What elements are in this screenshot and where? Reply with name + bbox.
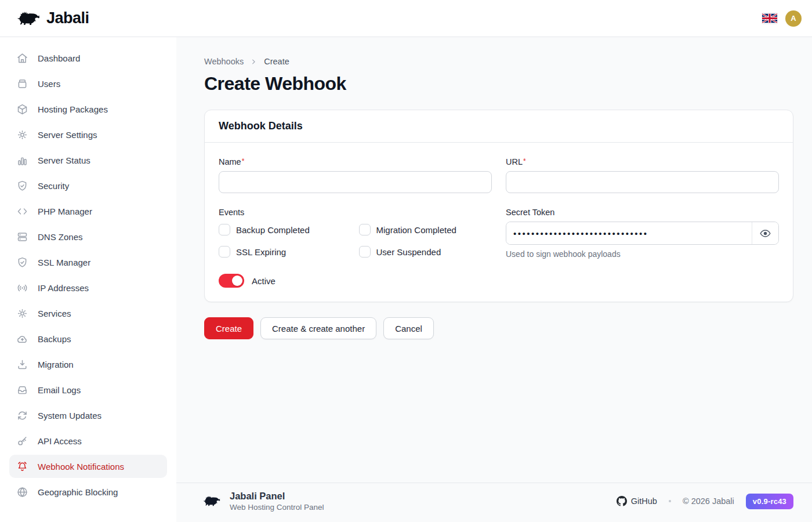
sidebar-item-webhook-notifications[interactable]: Webhook Notifications: [9, 455, 167, 478]
sidebar-item-label: System Updates: [38, 411, 102, 420]
event-checkbox-user-suspended[interactable]: User Suspended: [359, 246, 492, 258]
event-checkbox-ssl-expiring[interactable]: SSL Expiring: [219, 246, 352, 258]
sidebar-item-ip-addresses[interactable]: IP Addresses: [9, 276, 167, 299]
card-title: Webhook Details: [219, 120, 303, 132]
sidebar-item-system-updates[interactable]: System Updates: [9, 404, 167, 427]
boar-logo-icon: [202, 494, 222, 508]
name-input[interactable]: [219, 171, 492, 193]
sidebar-item-label: Server Settings: [38, 130, 97, 140]
dot-separator: [669, 500, 671, 502]
create-create-another-button[interactable]: Create & create another: [260, 317, 376, 339]
checkbox[interactable]: [359, 224, 371, 235]
server-icon: [16, 231, 28, 243]
gear-icon: [16, 129, 28, 141]
boar-logo-icon: [15, 9, 42, 28]
refresh-icon: [16, 409, 28, 422]
cloud-upload-icon: [16, 333, 28, 345]
github-label: GitHub: [631, 496, 657, 506]
sidebar-item-label: Services: [38, 309, 71, 318]
url-label: URL*: [506, 157, 526, 166]
active-toggle-label: Active: [252, 276, 276, 286]
main-area: WebhooksCreate Create Webhook Webhook De…: [176, 37, 812, 522]
reveal-secret-button[interactable]: [752, 222, 778, 244]
breadcrumb-item-create: Create: [264, 57, 289, 66]
sidebar-item-migration[interactable]: Migration: [9, 353, 167, 376]
broadcast-icon: [16, 282, 28, 294]
sidebar-item-geographic-blocking[interactable]: Geographic Blocking: [9, 480, 167, 503]
gear-icon: [16, 307, 28, 320]
sidebar-item-label: DNS Zones: [38, 232, 83, 242]
sidebar-item-server-settings[interactable]: Server Settings: [9, 123, 167, 146]
globe-icon: [16, 486, 28, 498]
chevron-right-icon: [249, 57, 258, 66]
secret-token-label: Secret Token: [506, 208, 554, 217]
sidebar-item-php-manager[interactable]: PHP Manager: [9, 200, 167, 223]
language-flag-icon[interactable]: [762, 13, 777, 24]
user-avatar[interactable]: A: [785, 10, 802, 27]
sidebar-item-label: API Access: [38, 436, 82, 446]
sidebar-item-services[interactable]: Services: [9, 302, 167, 325]
sidebar-item-ssl-manager[interactable]: SSL Manager: [9, 251, 167, 274]
webhook-details-card: Webhook Details Name* URL* Events: [204, 110, 793, 302]
name-field-group: Name*: [219, 157, 492, 193]
cancel-button[interactable]: Cancel: [383, 317, 434, 339]
sidebar-item-email-logs[interactable]: Email Logs: [9, 378, 167, 401]
sidebar-item-label: Server Status: [38, 155, 90, 165]
event-checkbox-backup-completed[interactable]: Backup Completed: [219, 224, 352, 235]
checkbox-label: User Suspended: [376, 247, 441, 257]
sidebar-item-security[interactable]: Security: [9, 174, 167, 197]
active-toggle[interactable]: [219, 274, 244, 288]
breadcrumb-item-webhooks[interactable]: Webhooks: [204, 57, 244, 66]
sidebar-item-label: Email Logs: [38, 385, 81, 395]
event-checkbox-migration-completed[interactable]: Migration Completed: [359, 224, 492, 235]
package-icon: [16, 103, 28, 115]
brand-name: Jabali: [46, 9, 89, 27]
sidebar-item-label: Geographic Blocking: [38, 487, 118, 497]
sidebar-item-dashboard[interactable]: Dashboard: [9, 46, 167, 70]
sidebar-item-server-status[interactable]: Server Status: [9, 148, 167, 172]
sidebar-item-label: Hosting Packages: [38, 104, 108, 114]
toggle-knob: [232, 276, 242, 286]
url-field-group: URL*: [506, 157, 779, 193]
eye-icon: [759, 227, 771, 240]
secret-token-helper: Used to sign webhook payloads: [506, 249, 779, 259]
checkbox-label: Migration Completed: [376, 225, 456, 235]
sidebar-item-hosting-packages[interactable]: Hosting Packages: [9, 97, 167, 121]
card-header: Webhook Details: [205, 110, 793, 143]
code-icon: [16, 205, 28, 217]
sidebar-item-dns-zones[interactable]: DNS Zones: [9, 225, 167, 248]
home-icon: [16, 52, 28, 64]
copyright-text: © 2026 Jabali: [683, 496, 734, 506]
sidebar-nav: DashboardUsersHosting PackagesServer Set…: [0, 37, 176, 522]
sidebar-item-label: SSL Manager: [38, 258, 90, 267]
sidebar-item-api-access[interactable]: API Access: [9, 429, 167, 452]
checkbox[interactable]: [219, 224, 230, 235]
footer: Jabali Panel Web Hosting Control Panel G…: [176, 483, 812, 522]
secret-token-input[interactable]: [506, 222, 752, 244]
create-button[interactable]: Create: [204, 317, 253, 339]
footer-subtitle: Web Hosting Control Panel: [230, 503, 324, 512]
sidebar-item-users[interactable]: Users: [9, 72, 167, 95]
top-header: Jabali A: [0, 0, 812, 37]
checkbox[interactable]: [359, 246, 371, 258]
required-asterisk: *: [242, 157, 245, 165]
sidebar-item-label: Migration: [38, 360, 74, 369]
sidebar-item-backups[interactable]: Backups: [9, 327, 167, 350]
github-link[interactable]: GitHub: [617, 496, 657, 506]
version-badge: v0.9-rc43: [746, 494, 793, 509]
sidebar-item-label: Webhook Notifications: [38, 462, 124, 472]
inbox-icon: [16, 384, 28, 396]
shield-icon: [16, 180, 28, 192]
github-icon: [617, 496, 627, 506]
key-icon: [16, 435, 28, 447]
brand-logo[interactable]: Jabali: [15, 9, 89, 28]
url-input[interactable]: [506, 171, 779, 193]
sidebar-item-label: Dashboard: [38, 53, 80, 63]
form-actions: CreateCreate & create anotherCancel: [204, 317, 793, 339]
events-label: Events: [219, 208, 244, 217]
sidebar-item-label: Backups: [38, 334, 71, 344]
sidebar-item-label: Users: [38, 79, 60, 89]
active-toggle-group: Active: [219, 274, 492, 288]
breadcrumb: WebhooksCreate: [204, 57, 793, 66]
checkbox[interactable]: [219, 246, 230, 258]
